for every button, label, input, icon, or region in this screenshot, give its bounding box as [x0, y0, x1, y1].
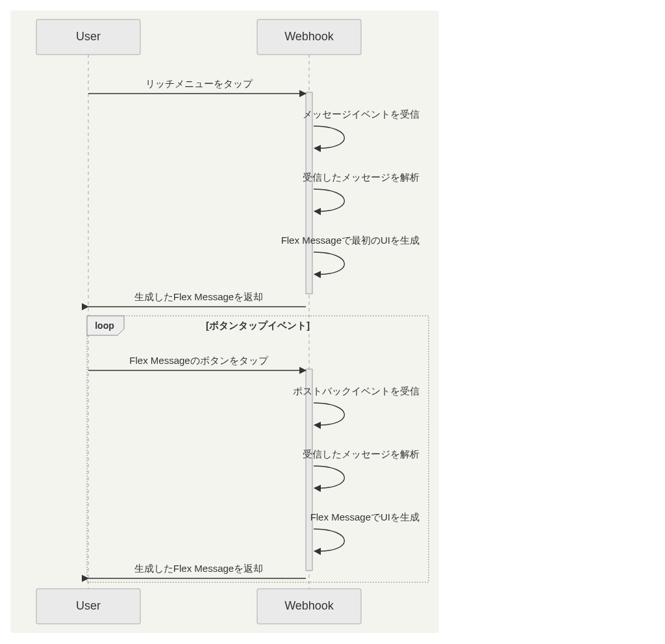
msg-gen-flex-first: Flex Messageで最初のUIを生成 — [281, 235, 420, 246]
msg-parse: 受信したメッセージを解析 — [303, 172, 420, 183]
activation-webhook-2 — [306, 369, 312, 571]
page: User Webhook リッチメニューをタップ メッセージイベントを受信 受信… — [0, 0, 665, 644]
msg-parse-2: 受信したメッセージを解析 — [303, 448, 420, 459]
actor-webhook-bottom-label: Webhook — [284, 599, 334, 612]
loop-label: loop — [95, 320, 114, 331]
actor-webhook-top-label: Webhook — [284, 30, 334, 43]
arrow-m7 — [314, 403, 344, 425]
loop-condition: [ボタンタップイベント] — [206, 320, 310, 331]
msg-rich-menu-tap: リッチメニューをタップ — [145, 78, 253, 89]
arrow-m4 — [314, 252, 344, 274]
arrow-m9 — [314, 529, 344, 551]
actor-user-bottom-label: User — [76, 599, 101, 612]
arrow-m8 — [314, 466, 344, 488]
msg-postback: ポストバックイベントを受信 — [293, 385, 420, 396]
arrow-m2 — [314, 126, 344, 148]
msg-flex-button-tap: Flex Messageのボタンをタップ — [129, 355, 268, 366]
activation-webhook-1 — [306, 92, 312, 294]
msg-return-flex-2: 生成したFlex Messageを返却 — [134, 563, 263, 574]
msg-return-flex-1: 生成したFlex Messageを返却 — [134, 291, 263, 302]
msg-receive-event: メッセージイベントを受信 — [303, 109, 420, 120]
msg-gen-flex-ui: Flex MessageでUIを生成 — [310, 511, 420, 522]
actor-user-top-label: User — [76, 30, 101, 43]
arrow-m3 — [314, 189, 344, 211]
sequence-diagram: User Webhook リッチメニューをタップ メッセージイベントを受信 受信… — [10, 10, 439, 633]
diagram-canvas: User Webhook リッチメニューをタップ メッセージイベントを受信 受信… — [10, 10, 439, 633]
